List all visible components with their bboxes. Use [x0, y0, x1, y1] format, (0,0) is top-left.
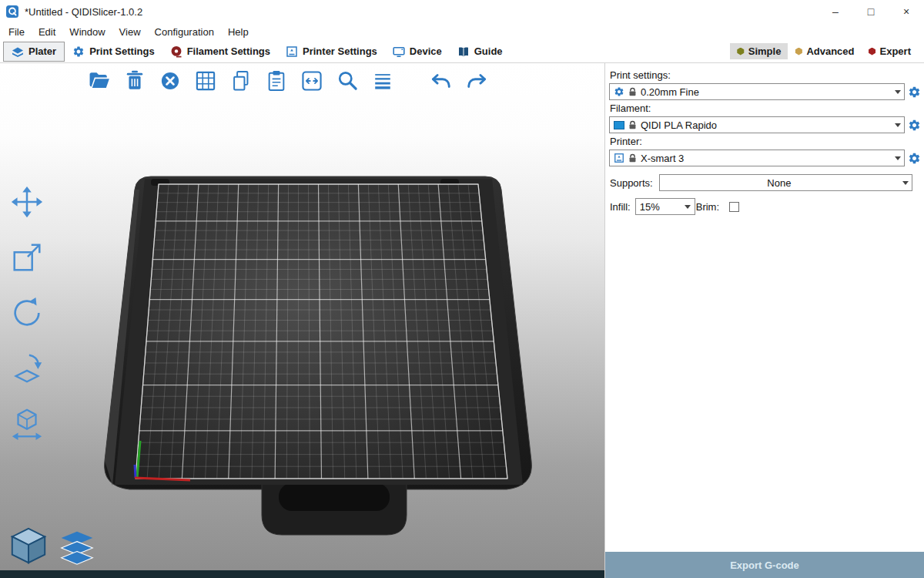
menu-edit[interactable]: Edit: [32, 26, 62, 38]
title-bar: *Untitled - QIDISlicer-1.0.2 – □ ×: [0, 0, 924, 23]
gizmo-measure[interactable]: [6, 405, 48, 442]
lock-icon: [628, 87, 637, 97]
window-title: *Untitled - QIDISlicer-1.0.2: [25, 6, 142, 18]
gizmo-rotate[interactable]: [6, 294, 48, 331]
filament-label: Filament:: [610, 102, 922, 114]
tab-printer-settings[interactable]: Printer Settings: [278, 42, 385, 62]
simple-mode-dot-icon: [737, 48, 745, 55]
gizmo-move[interactable]: [6, 183, 48, 220]
gear-icon: [908, 152, 921, 165]
gizmo-scale[interactable]: [6, 239, 48, 276]
menu-file[interactable]: File: [2, 26, 32, 38]
mode-expert[interactable]: Expert: [862, 43, 918, 59]
arrange-button[interactable]: [192, 66, 219, 96]
tab-label: Guide: [474, 45, 503, 57]
arrange-icon: [193, 69, 218, 93]
print-settings-value: 0.20mm Fine: [641, 86, 887, 98]
copy-icon: [229, 69, 253, 93]
mode-label: Expert: [880, 45, 911, 57]
brim-checkbox[interactable]: [729, 202, 739, 212]
mode-label: Simple: [748, 45, 782, 57]
print-settings-combo[interactable]: 0.20mm Fine: [609, 83, 905, 100]
export-gcode-button[interactable]: Export G-code: [605, 552, 924, 578]
chevron-down-icon: [891, 150, 904, 166]
menu-view[interactable]: View: [112, 26, 148, 38]
supports-value: None: [664, 177, 895, 189]
print-settings-gear-icon: [72, 45, 85, 58]
expert-mode-dot-icon: [869, 48, 876, 55]
mode-advanced[interactable]: Advanced: [788, 43, 861, 59]
menu-configuration[interactable]: Configuration: [148, 26, 221, 38]
supports-combo[interactable]: None: [659, 174, 912, 191]
undo-icon: [429, 69, 454, 93]
undo-button[interactable]: [428, 66, 454, 96]
redo-button[interactable]: [464, 66, 490, 96]
settings-sidebar: Print settings: 0.20mm Fine Filament: QI…: [604, 63, 924, 578]
gizmo-toolbar: [6, 183, 48, 442]
mode-simple[interactable]: Simple: [730, 43, 788, 59]
tab-device[interactable]: Device: [385, 42, 450, 62]
printer-combo[interactable]: X-smart 3: [609, 150, 905, 166]
lock-icon: [628, 120, 637, 130]
rotate-icon: [9, 295, 45, 331]
place-on-face-icon: [9, 351, 45, 386]
maximize-button[interactable]: □: [853, 0, 889, 23]
filament-combo[interactable]: QIDI PLA Rapido: [609, 116, 905, 133]
gizmo-place-on-face[interactable]: [6, 350, 48, 387]
3d-editor-view-button[interactable]: [8, 524, 49, 566]
delete-button[interactable]: [122, 66, 148, 96]
tab-filament-settings[interactable]: Filament Settings: [162, 42, 278, 62]
paste-button[interactable]: [263, 66, 290, 96]
split-button[interactable]: [299, 66, 325, 96]
minimize-button[interactable]: –: [818, 0, 853, 23]
app-logo-icon: [6, 5, 18, 18]
chevron-down-icon: [891, 84, 904, 99]
3d-viewport[interactable]: [0, 63, 604, 578]
close-button[interactable]: ×: [889, 0, 924, 23]
tab-guide[interactable]: Guide: [450, 42, 511, 62]
copy-button[interactable]: [228, 66, 254, 96]
infill-combo[interactable]: 15%: [635, 198, 695, 215]
printer-icon: [614, 153, 624, 163]
preview-layers-button[interactable]: [59, 529, 95, 566]
tab-label: Printer Settings: [303, 45, 377, 57]
delete-all-button[interactable]: [157, 66, 183, 96]
tab-label: Print Settings: [89, 45, 155, 57]
3d-editor-view-icon: [8, 524, 49, 566]
printer-label: Printer:: [610, 136, 922, 147]
search-icon: [335, 69, 360, 93]
print-settings-detail-button[interactable]: [907, 84, 922, 99]
guide-book-icon: [457, 45, 470, 58]
gear-icon: [908, 119, 921, 132]
tab-plater[interactable]: Plater: [3, 42, 65, 62]
menu-bar: File Edit Window View Configuration Help: [0, 23, 924, 40]
redo-icon: [464, 69, 489, 93]
variable-layer-height-button[interactable]: [370, 66, 396, 96]
supports-label: Supports:: [610, 177, 653, 189]
device-monitor-icon: [393, 45, 405, 58]
preview-layers-icon: [59, 529, 95, 566]
tab-label: Device: [410, 45, 442, 57]
gear-icon: [908, 86, 921, 99]
advanced-mode-dot-icon: [795, 48, 802, 55]
search-button[interactable]: [334, 66, 360, 96]
printer-value: X-smart 3: [641, 153, 887, 164]
print-settings-label: Print settings:: [610, 69, 922, 81]
printer-detail-button[interactable]: [907, 150, 922, 166]
filament-detail-button[interactable]: [907, 117, 922, 133]
view-switch: [8, 524, 95, 566]
tab-bar: Plater Print Settings Filament Settings …: [0, 40, 924, 63]
status-strip: [0, 570, 604, 578]
plater-toolbar: [86, 66, 490, 96]
delete-icon: [122, 69, 147, 93]
chevron-down-icon: [681, 199, 695, 214]
gear-icon: [614, 86, 624, 97]
filament-color-swatch: [614, 121, 624, 129]
menu-window[interactable]: Window: [62, 26, 112, 38]
tab-print-settings[interactable]: Print Settings: [65, 42, 162, 62]
build-plate: [0, 63, 604, 578]
variable-layer-height-icon: [370, 69, 395, 93]
open-folder-button[interactable]: [86, 66, 112, 96]
brim-label: Brim:: [696, 201, 719, 213]
menu-help[interactable]: Help: [221, 26, 256, 38]
